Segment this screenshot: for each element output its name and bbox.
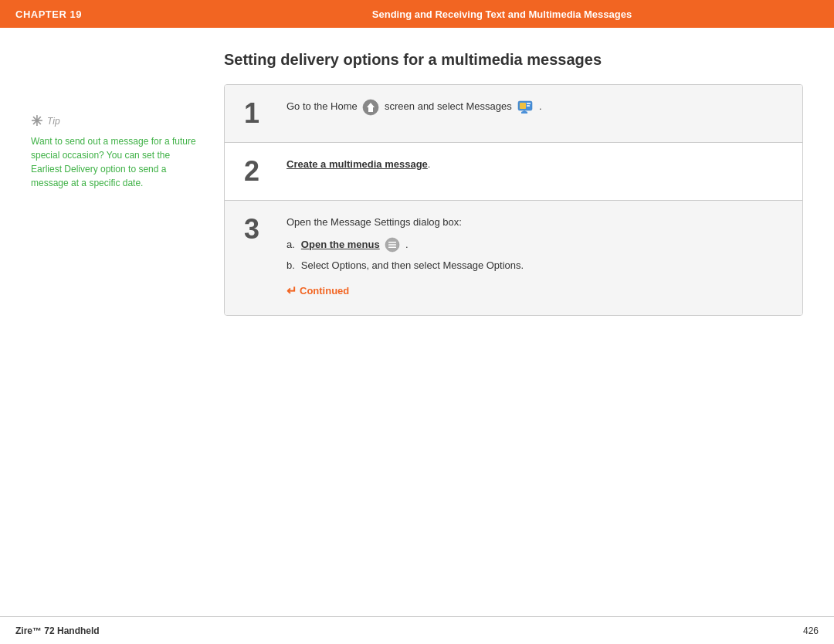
- footer-brand: Zire™ 72 Handheld: [15, 625, 100, 636]
- continued-notice: ↵ Continued: [286, 281, 787, 301]
- content-area: Setting delivery options for a multimedi…: [224, 51, 803, 316]
- step-1-number: 1: [225, 85, 279, 142]
- tip-text: Want to send out a message for a future …: [31, 134, 201, 190]
- continued-text: Continued: [300, 283, 349, 300]
- svg-rect-9: [388, 245, 396, 246]
- sub-step-a-label: a.: [286, 237, 295, 253]
- step-2-period: .: [428, 158, 431, 170]
- step-1-text-after: screen and select Messages: [385, 100, 514, 112]
- footer-brand-text: Zire™ 72 Handheld: [15, 625, 100, 636]
- sub-step-a-period: .: [405, 239, 409, 250]
- header-bar: CHAPTER 19 Sending and Receiving Text an…: [0, 0, 834, 28]
- sidebar: ✳ Tip Want to send out a message for a f…: [31, 51, 201, 316]
- sub-step-a-content: Open the menus .: [301, 237, 409, 253]
- continued-arrow-icon: ↵: [286, 281, 297, 301]
- step-3-number: 3: [225, 201, 279, 258]
- step-1-content: Go to the Home screen and select Message…: [279, 85, 802, 130]
- step-3-row: 3 Open the Message Settings dialog box: …: [225, 201, 802, 315]
- page-heading: Setting delivery options for a multimedi…: [224, 51, 803, 69]
- step-3-sub-steps: a. Open the menus .: [286, 237, 787, 274]
- svg-rect-3: [520, 103, 526, 109]
- main-content: ✳ Tip Want to send out a message for a f…: [0, 28, 834, 331]
- chapter-title: Sending and Receiving Text and Multimedi…: [185, 8, 819, 20]
- footer: Zire™ 72 Handheld 426: [0, 616, 834, 644]
- chapter-label: CHAPTER 19: [15, 8, 185, 20]
- step-1-row: 1 Go to the Home screen and select Messa…: [225, 85, 802, 143]
- sub-step-a: a. Open the menus .: [286, 237, 787, 253]
- tip-label: Tip: [47, 116, 60, 127]
- open-menus-link[interactable]: Open the menus: [301, 239, 380, 250]
- step-2-content: Create a multimedia message.: [279, 143, 802, 187]
- menu-icon: [385, 237, 400, 253]
- step-3-content: Open the Message Settings dialog box: a.…: [279, 201, 802, 315]
- steps-container: 1 Go to the Home screen and select Messa…: [224, 84, 803, 316]
- svg-marker-6: [521, 110, 527, 114]
- svg-rect-8: [388, 242, 396, 243]
- sub-step-b-label: b.: [286, 258, 295, 274]
- svg-rect-10: [388, 247, 396, 249]
- step-1-period: .: [539, 100, 542, 112]
- home-icon: [362, 99, 379, 116]
- step-2-row: 2 Create a multimedia message.: [225, 143, 802, 201]
- step-2-number: 2: [225, 143, 279, 200]
- step-3-intro: Open the Message Settings dialog box:: [286, 215, 787, 231]
- footer-page-number: 426: [803, 625, 819, 636]
- tip-header: ✳ Tip: [31, 113, 201, 130]
- svg-rect-4: [527, 103, 531, 104]
- step-2-link[interactable]: Create a multimedia message: [286, 158, 428, 170]
- sub-step-b-text: Select Options, and then select Message …: [301, 258, 524, 274]
- sub-step-b: b. Select Options, and then select Messa…: [286, 258, 787, 274]
- step-1-text-before: Go to the Home: [286, 100, 360, 112]
- messages-icon: [517, 99, 534, 116]
- svg-rect-5: [527, 105, 530, 107]
- tip-asterisk-icon: ✳: [31, 113, 42, 130]
